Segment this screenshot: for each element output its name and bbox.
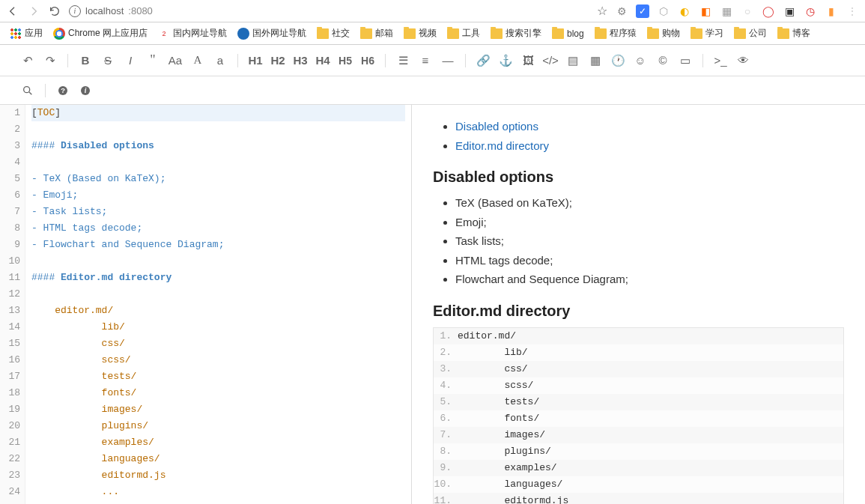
toc-link-2[interactable]: Editor.md directory <box>455 139 549 152</box>
bookmark-tools[interactable]: 工具 <box>443 25 484 41</box>
editor-toolbar: ↶ ↷ B S I " Aa A a H1 H2 H3 H4 H5 H6 ☰ ≡… <box>0 45 865 76</box>
lowercase-button[interactable]: a <box>209 49 231 72</box>
ext-icon-5[interactable]: ◧ <box>699 4 712 18</box>
preview-heading-1: Disabled options <box>433 168 844 186</box>
svg-text:i: i <box>85 87 87 94</box>
image-button[interactable]: 🖼 <box>517 49 539 72</box>
list-item: Flowchart and Sequence Diagram; <box>455 270 844 289</box>
toc-link-1[interactable]: Disabled options <box>455 120 538 133</box>
h3-button[interactable]: H3 <box>289 49 312 72</box>
h6-button[interactable]: H6 <box>356 49 379 72</box>
back-button[interactable] <box>6 4 19 18</box>
bookmark-company[interactable]: 公司 <box>730 25 771 41</box>
ext-icon-9[interactable]: ▣ <box>783 4 796 18</box>
code-line: languages/ <box>31 451 405 467</box>
entities-button[interactable]: © <box>652 49 674 72</box>
bookmark-apps[interactable]: 应用 <box>6 25 46 41</box>
bookmark-search[interactable]: 搜索引擎 <box>487 25 545 41</box>
preview-pane: Disabled options Editor.md directory Dis… <box>412 105 865 504</box>
undo-button[interactable]: ↶ <box>16 49 39 72</box>
emoji-button[interactable]: ☺ <box>629 49 652 72</box>
ext-icon-3[interactable]: ⬡ <box>657 4 670 18</box>
datetime-button[interactable]: 🕐 <box>607 49 629 72</box>
address-bar[interactable]: i localhost:8080 <box>69 5 153 17</box>
bookmark-cn-nav[interactable]: 2国内网址导航 <box>154 25 231 41</box>
code-line: plugins/ <box>31 418 405 434</box>
bookmark-video[interactable]: 视频 <box>400 25 440 41</box>
bookmark-coder[interactable]: 程序猿 <box>591 25 640 41</box>
h1-button[interactable]: H1 <box>244 49 267 72</box>
strike-button[interactable]: S <box>97 49 119 72</box>
bookmark-boke[interactable]: 博客 <box>774 25 814 41</box>
browser-nav-bar: i localhost:8080 ☆ ⚙ ✓ ⬡ ◐ ◧ ▦ ○ ◯ ▣ ◷ ▮… <box>0 0 865 22</box>
source-editor[interactable]: [TOC] #### Disabled options - TeX (Based… <box>25 105 411 504</box>
editor-subbar: ? i <box>0 76 865 105</box>
ext-icon-11[interactable]: ▮ <box>825 4 838 18</box>
ol-button[interactable]: ≡ <box>414 49 437 72</box>
info-button[interactable]: i <box>74 79 97 102</box>
code-line: scss/ <box>31 352 405 368</box>
bookmark-star-icon[interactable]: ☆ <box>597 4 607 18</box>
code-line <box>31 154 405 171</box>
ext-icon-12[interactable]: ⋮ <box>846 4 859 18</box>
code-line: examples/ <box>31 434 405 451</box>
h5-button[interactable]: H5 <box>334 49 356 72</box>
help-button[interactable]: ? <box>52 79 74 102</box>
hr-button[interactable]: — <box>437 49 459 72</box>
ext-icon-2[interactable]: ✓ <box>636 4 649 18</box>
preview-heading-2: Editor.md directory <box>433 303 844 320</box>
ext-icon-10[interactable]: ◷ <box>804 4 817 18</box>
folder-icon <box>647 28 659 39</box>
h4-button[interactable]: H4 <box>312 49 334 72</box>
bold-button[interactable]: B <box>74 49 97 72</box>
folder-icon <box>360 28 372 39</box>
bookmark-blog[interactable]: blog <box>548 27 588 40</box>
bookmark-intl-nav[interactable]: 国外网址导航 <box>234 25 310 41</box>
font-size-button[interactable]: Aa <box>164 49 186 72</box>
code-line: #### Editor.md directory <box>31 270 405 286</box>
code-line: [TOC] <box>31 105 405 121</box>
pagebreak-button[interactable]: ▭ <box>674 49 696 72</box>
uppercase-button[interactable]: A <box>186 49 209 72</box>
ext-icon-4[interactable]: ◐ <box>678 4 691 18</box>
folder-icon <box>595 28 607 39</box>
bookmark-shop[interactable]: 购物 <box>643 25 684 41</box>
list-item: Task lists; <box>455 231 844 251</box>
forward-button[interactable] <box>27 4 40 18</box>
bookmark-mail[interactable]: 邮箱 <box>356 25 397 41</box>
anchor-button[interactable]: ⚓ <box>494 49 517 72</box>
folder-icon <box>447 28 459 39</box>
search-button[interactable] <box>16 79 39 102</box>
goto-button[interactable]: >_ <box>709 49 732 72</box>
ext-icon-6[interactable]: ▦ <box>720 4 733 18</box>
ext-icon-7[interactable]: ○ <box>741 4 754 18</box>
bookmark-chrome-store[interactable]: Chrome 网上应用店 <box>49 25 151 41</box>
url-host: localhost <box>85 5 124 16</box>
folder-icon <box>777 28 789 39</box>
line-gutter: 123456789101112131415161718192021222324 <box>0 105 25 504</box>
redo-button[interactable]: ↷ <box>39 49 61 72</box>
reload-button[interactable] <box>48 4 61 18</box>
codeblock-button[interactable]: ▤ <box>562 49 584 72</box>
code-line: - HTML tags decode; <box>31 220 405 237</box>
code-line: editor.md/ <box>31 303 405 319</box>
code-line <box>31 286 405 303</box>
code-line: images/ <box>31 401 405 418</box>
folder-icon <box>317 28 329 39</box>
code-line: lib/ <box>31 319 405 336</box>
italic-button[interactable]: I <box>119 49 142 72</box>
code-button[interactable]: </> <box>539 49 562 72</box>
list-item: TeX (Based on KaTeX); <box>455 193 844 213</box>
link-button[interactable]: 🔗 <box>472 49 494 72</box>
table-button[interactable]: ▦ <box>584 49 607 72</box>
bookmark-social[interactable]: 社交 <box>313 25 353 41</box>
ext-icon-1[interactable]: ⚙ <box>615 4 628 18</box>
bookmark-study[interactable]: 学习 <box>687 25 727 41</box>
quote-button[interactable]: " <box>142 49 164 72</box>
ext-icon-8[interactable]: ◯ <box>762 4 775 18</box>
code-line: tests/ <box>31 368 405 385</box>
ul-button[interactable]: ☰ <box>392 49 414 72</box>
h2-button[interactable]: H2 <box>267 49 289 72</box>
code-line: - Task lists; <box>31 204 405 220</box>
watch-button[interactable]: 👁 <box>732 49 754 72</box>
